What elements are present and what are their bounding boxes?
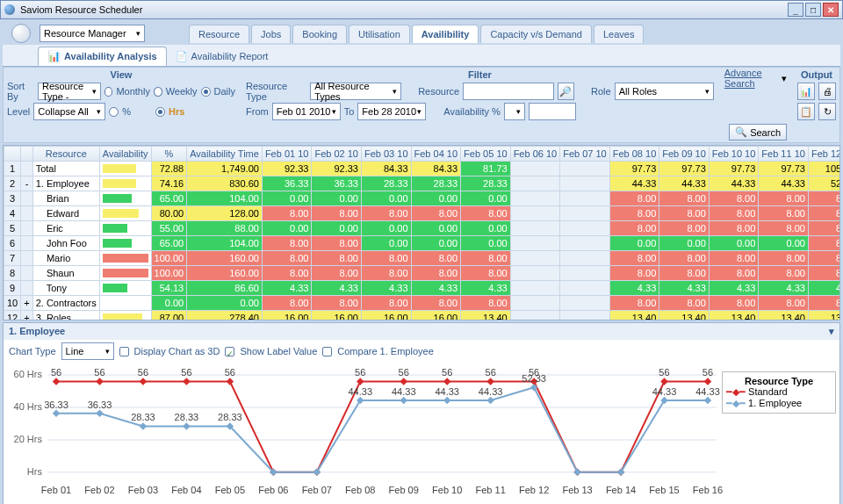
day-cell: 8.00 bbox=[808, 251, 840, 266]
chevron-down-icon: ▾ bbox=[516, 107, 521, 116]
level-select[interactable]: Collapse All▾ bbox=[33, 103, 105, 120]
period-monthly-radio[interactable] bbox=[104, 87, 113, 97]
menu-utilisation[interactable]: Utilisation bbox=[349, 25, 410, 43]
expand-toggle[interactable] bbox=[21, 251, 32, 266]
day-cell: 8.00 bbox=[411, 296, 461, 311]
module-select[interactable]: Resource Manager ▾ bbox=[40, 25, 145, 42]
day-cell: 13.40 bbox=[609, 311, 659, 321]
tab-availability-analysis[interactable]: 📊 Availability Analysis bbox=[38, 47, 167, 66]
svg-rect-50 bbox=[400, 397, 407, 405]
day-cell: 8.00 bbox=[759, 251, 809, 266]
app-icon bbox=[4, 4, 15, 15]
chart-type-select[interactable]: Line▾ bbox=[61, 342, 114, 360]
resource-cell: Shaun bbox=[32, 266, 99, 281]
svg-rect-58 bbox=[573, 469, 581, 477]
day-cell: 4.33 bbox=[609, 281, 659, 296]
svg-text:Feb 14: Feb 14 bbox=[606, 485, 636, 495]
show-label-checkbox[interactable] bbox=[225, 347, 234, 356]
availpct-op[interactable]: ▾ bbox=[504, 103, 525, 120]
level-label: Level bbox=[7, 106, 30, 117]
day-cell: 0.00 bbox=[262, 221, 312, 236]
expand-toggle[interactable] bbox=[21, 162, 32, 176]
svg-rect-32 bbox=[660, 378, 668, 385]
orb-button[interactable] bbox=[11, 24, 31, 43]
menu-availibility[interactable]: Availibility bbox=[412, 25, 479, 43]
availability-bar-cell bbox=[99, 176, 151, 191]
expand-toggle[interactable]: + bbox=[21, 296, 32, 311]
chevron-down-icon: ▾ bbox=[105, 347, 110, 356]
export-button[interactable]: 📋 bbox=[797, 103, 815, 120]
role-select[interactable]: All Roles▾ bbox=[615, 83, 714, 100]
svg-text:28.33: 28.33 bbox=[175, 412, 199, 422]
search-button[interactable]: 🔍Search bbox=[729, 124, 787, 140]
day-cell: 0.00 bbox=[461, 221, 511, 236]
binoculars-icon[interactable]: 🔎 bbox=[558, 83, 574, 100]
maximize-button[interactable]: □ bbox=[805, 3, 821, 17]
availability-grid[interactable]: ResourceAvailability%Availability TimeFe… bbox=[3, 145, 840, 320]
expand-toggle[interactable] bbox=[21, 281, 32, 296]
period-weekly-radio[interactable] bbox=[154, 87, 162, 97]
close-button[interactable]: ✕ bbox=[823, 3, 839, 17]
expand-toggle[interactable] bbox=[21, 221, 32, 236]
menu-booking[interactable]: Booking bbox=[292, 25, 347, 43]
svg-text:56: 56 bbox=[138, 367, 148, 378]
compare-checkbox[interactable] bbox=[322, 347, 332, 356]
day-cell: 4.33 bbox=[659, 281, 710, 296]
chevron-down-icon: ▾ bbox=[417, 107, 422, 116]
day-cell: 8.00 bbox=[808, 221, 840, 236]
sortby-select[interactable]: Resource Type -▾ bbox=[38, 83, 101, 100]
svg-text:56: 56 bbox=[51, 367, 61, 378]
menu-leaves[interactable]: Leaves bbox=[594, 25, 644, 43]
period-daily-radio[interactable] bbox=[201, 87, 211, 97]
expand-toggle[interactable] bbox=[21, 206, 32, 221]
svg-rect-20 bbox=[357, 378, 364, 385]
availpct-value[interactable] bbox=[529, 103, 576, 120]
display-3d-checkbox[interactable] bbox=[119, 347, 129, 356]
day-cell: 0.00 bbox=[461, 236, 511, 251]
expand-toggle[interactable]: - bbox=[21, 176, 32, 191]
availability-bar-cell bbox=[99, 221, 151, 236]
from-date[interactable]: Feb 01 2010▾ bbox=[272, 103, 341, 120]
view-panel: View Sort By Resource Type -▾ Monthly We… bbox=[7, 69, 235, 120]
export-excel-button[interactable]: 📊 bbox=[797, 83, 815, 100]
day-cell: 8.00 bbox=[808, 236, 840, 251]
availability-bar-cell bbox=[99, 236, 151, 251]
svg-text:36.33: 36.33 bbox=[88, 400, 112, 410]
resource-type-select[interactable]: All Resource Types▾ bbox=[310, 83, 401, 100]
day-cell: 8.00 bbox=[609, 296, 659, 311]
resource-input[interactable] bbox=[463, 83, 554, 100]
refresh-button[interactable]: ↻ bbox=[818, 103, 836, 120]
day-cell: 13.40 bbox=[709, 311, 759, 321]
percent-cell: 80.00 bbox=[151, 206, 187, 221]
print-button[interactable]: 🖨 bbox=[818, 83, 836, 100]
svg-rect-40 bbox=[140, 422, 148, 430]
svg-text:Feb 08: Feb 08 bbox=[345, 485, 375, 495]
tab-availability-report[interactable]: 📄 Availability Report bbox=[167, 47, 277, 66]
day-cell: 8.00 bbox=[709, 191, 759, 206]
day-cell: 28.33 bbox=[411, 176, 461, 191]
menu-capacity-v-s-demand[interactable]: Capacity v/s Demand bbox=[480, 25, 592, 43]
day-cell: 8.00 bbox=[361, 206, 411, 221]
advance-search-link[interactable]: Advance Search bbox=[724, 68, 778, 89]
svg-text:Feb 10: Feb 10 bbox=[432, 485, 462, 495]
dropdown-icon[interactable]: ▾ bbox=[782, 73, 787, 84]
menu-jobs[interactable]: Jobs bbox=[251, 25, 291, 43]
expand-toggle[interactable] bbox=[21, 236, 32, 251]
day-cell: 0.00 bbox=[361, 191, 411, 206]
to-date[interactable]: Feb 28 2010▾ bbox=[357, 103, 426, 120]
expand-toggle[interactable]: + bbox=[21, 311, 32, 321]
expand-toggle[interactable] bbox=[21, 266, 32, 281]
expand-toggle[interactable] bbox=[21, 191, 32, 206]
svg-text:44.33: 44.33 bbox=[348, 386, 372, 397]
availtime-cell: 88.00 bbox=[187, 221, 263, 236]
unit-percent-radio[interactable] bbox=[109, 107, 119, 117]
day-cell: 8.00 bbox=[461, 296, 511, 311]
minimize-button[interactable]: _ bbox=[788, 3, 803, 17]
svg-text:Feb 12: Feb 12 bbox=[519, 485, 549, 495]
day-cell: 97.73 bbox=[609, 162, 659, 176]
row-number: 5 bbox=[4, 221, 21, 236]
collapse-icon[interactable]: ▾ bbox=[829, 326, 834, 337]
menu-resource[interactable]: Resource bbox=[189, 25, 249, 43]
percent-cell: 0.00 bbox=[151, 296, 187, 311]
unit-hrs-radio[interactable] bbox=[155, 107, 165, 117]
